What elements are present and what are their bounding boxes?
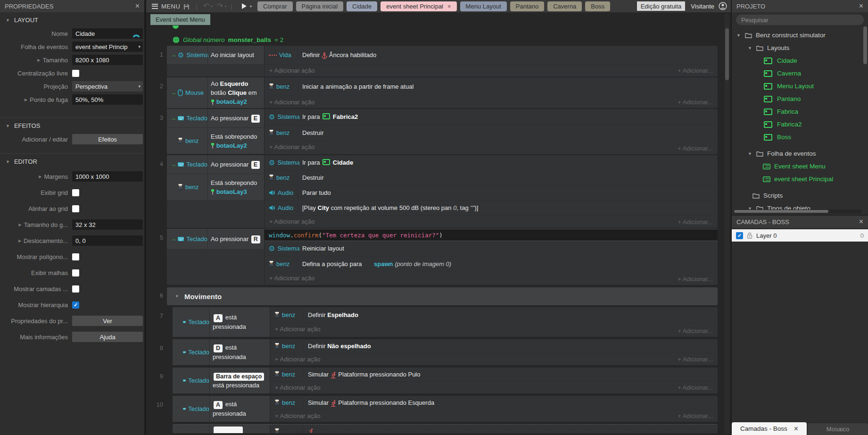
expand-arrow-icon[interactable] [19,223,22,227]
action-row[interactable]: ⚙ Sistema Ir para Cidade [265,155,718,170]
project-scrollbar-thumb[interactable] [863,26,867,64]
conditions[interactable]: Teclado Ao pressionar E benz [167,109,265,154]
conditions[interactable]: Teclado A está pressionada [173,307,270,337]
redo-dropdown-icon[interactable]: ▾ [225,4,227,8]
conditions[interactable]: Teclado D está pressionada [173,339,270,365]
conditions[interactable]: Teclado Ao pressionar R [167,229,265,285]
close-icon[interactable]: × [859,2,863,10]
expand-arrow-icon[interactable] [25,98,27,102]
tree-item-layout-fabrica[interactable]: Fabrica [732,105,868,118]
play-icon[interactable] [242,3,247,9]
ver-button[interactable]: Ver [72,316,143,326]
add-action-link[interactable]: + Adicionar ação [270,382,718,393]
layer-row[interactable]: Layer 0 0 [732,229,868,242]
conditions[interactable]: ⚙ Sistema Ao iniciar layout [167,46,265,76]
action-row[interactable]: benz Definir Espelhado [270,307,718,323]
folha-dropdown[interactable]: event sheet Princip [72,42,143,52]
tab-menu-layout[interactable]: Menu Layout [460,1,507,11]
tree-item-layout-fabrica2[interactable]: Fabrica2 [732,118,868,131]
script-row[interactable]: window.confirm("Tem certeza que quer rei… [265,229,718,241]
tree-item-layout-menu-layout[interactable]: Menu Layout [732,80,868,92]
conditions[interactable]: Teclado A está pressionada [173,396,270,422]
undo-icon[interactable]: ↶ [203,2,209,10]
alinhar-grid-checkbox[interactable] [72,205,79,212]
guest-label[interactable]: Visitante [691,3,714,10]
margens-field[interactable]: 1000 x 1000 [72,171,143,182]
tab-caverna[interactable]: Caverna [547,1,582,11]
play-dropdown-icon[interactable]: ▾ [250,4,252,8]
mostrar-camadas-checkbox[interactable] [72,285,79,293]
group-movimento[interactable]: ▼ Movimento [167,287,718,305]
section-efeitos[interactable]: ▼ EFEITOS [0,117,144,133]
add-condition-link[interactable]: + Adicionar... [678,327,713,335]
projecao-select[interactable]: Perspectiva [72,81,143,92]
conditions[interactable]: Teclado Barra de espaço está pressionada [173,368,270,393]
tab-pagina-inicial[interactable]: Página inicial [296,1,344,11]
collapse-triangle-icon[interactable] [736,33,741,38]
event-sheet-canvas[interactable]: Global número monster_balls = 2 1 ⚙ Sist… [146,13,731,435]
menu-button[interactable]: MENU [161,3,180,10]
add-condition-link[interactable]: + Adicionar... [678,384,713,391]
collapse-triangle-icon[interactable] [748,151,752,156]
tab-comprar[interactable]: Comprar [257,1,293,11]
close-tab-icon[interactable]: × [794,425,798,433]
tree-item-layout-cidade[interactable]: Cidade [732,54,868,67]
tree-item-layout-pantano[interactable]: Pantano [732,92,868,105]
tree-item-layout-boss[interactable]: Boss [732,131,868,143]
add-action-link[interactable]: + Adicionar ação [270,323,718,335]
expand-arrow-icon[interactable] [18,239,21,243]
close-icon[interactable]: × [135,2,140,10]
hierarquia-checkbox[interactable] [72,301,79,309]
expand-arrow-icon[interactable] [37,58,40,62]
add-action-link[interactable]: + Adicionar ação [265,96,718,108]
action-row[interactable]: benz Defina a posição para spawn (ponto … [265,256,718,272]
collapse-triangle-icon[interactable] [748,46,752,50]
tab-mosaico[interactable]: Mosaico [808,423,868,435]
action-row[interactable]: Vida Definir Âncora habilitado [265,46,718,65]
redo-icon[interactable]: ↷ [217,2,223,10]
add-action-link[interactable]: + Adicionar ação [270,353,718,365]
add-action-link[interactable]: + Adicionar ação [265,65,718,76]
hamburger-menu-icon[interactable] [152,4,158,9]
conditions[interactable]: Mouse Ao Esquerdo botão Clique em botaoL… [167,77,265,108]
add-action-link[interactable]: + Adicionar ação [265,141,718,153]
scrollbar-thumb[interactable] [734,210,828,213]
layer-visible-checkbox[interactable] [736,232,743,239]
add-condition-link[interactable]: + Adicionar... [678,276,713,283]
expand-arrow-icon[interactable] [39,175,41,179]
collapse-triangle-icon[interactable]: ▼ [175,294,179,299]
add-condition-link[interactable]: + Adicionar... [678,67,713,74]
action-row[interactable]: benz Definir Não espelhado [270,339,718,353]
tree-item-layouts-folder[interactable]: Layouts [732,42,868,54]
avatar-icon[interactable] [719,2,727,10]
action-row[interactable]: benz Simular Plataforma pressionando Pul… [270,368,718,382]
add-condition-link[interactable]: + Adicionar... [678,356,713,363]
action-row[interactable]: benz Simular Plataforma pressionando Esq… [270,396,718,410]
tab-event-sheet-principal[interactable]: event sheet Principal × [380,1,456,11]
tree-item-sheet-principal[interactable]: event sheet Principal [732,173,868,185]
action-row[interactable]: Audio Parar tudo [265,185,718,201]
tree-item-event-sheets-folder[interactable]: Folha de eventos [732,147,868,160]
add-action-link[interactable]: + Adicionar ação [270,410,718,422]
action-row[interactable]: ⚙ Sistema Ir para Fabrica2 [265,109,718,125]
tab-pantano[interactable]: Pantano [510,1,544,11]
add-condition-link[interactable]: + Adicionar... [678,412,713,419]
tree-item-layout-caverna[interactable]: Caverna [732,67,868,80]
close-tab-icon[interactable]: × [447,3,451,10]
nome-field[interactable]: Cidade [72,28,143,39]
action-row[interactable]: benz Iniciar a animação a partir de fram… [265,77,718,96]
tree-item-sheet-menu[interactable]: Event sheet Menu [732,160,868,173]
action-row[interactable]: benz Destruir [265,170,718,185]
free-edition-badge[interactable]: Edição gratuita [637,1,686,11]
tamanho-field[interactable]: 8200 x 1080 [72,55,143,65]
tab-camadas-boss[interactable]: Camadas - Boss × [732,422,807,435]
conditions[interactable]: Teclado Ao pressionar E benz [167,155,265,228]
tree-item-scripts-folder[interactable]: Scripts [732,189,868,202]
tree-item-project-root[interactable]: Benz construct simulator [732,29,868,42]
event-sheet-scrollbar[interactable] [725,14,729,434]
fuga-field[interactable]: 50%, 50% [72,94,143,105]
action-row[interactable]: ⚙ Sistema Reiniciar layout [265,241,718,256]
add-condition-link[interactable]: + Adicionar... [678,99,713,106]
tab-cidade[interactable]: Cidade [347,1,377,11]
save-icon[interactable] [183,2,190,9]
